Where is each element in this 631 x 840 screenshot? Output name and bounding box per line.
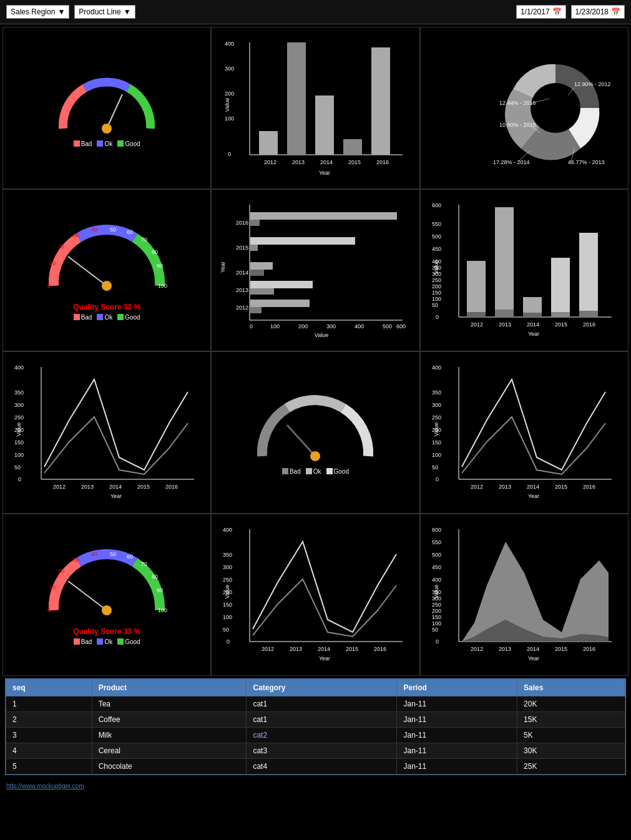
- table-cell: cat4: [247, 759, 397, 774]
- svg-rect-96: [579, 311, 598, 317]
- svg-text:2016: 2016: [376, 159, 389, 165]
- ok-color: [97, 140, 103, 147]
- dropdown-arrow-icon2: ▼: [124, 7, 131, 16]
- svg-rect-89: [495, 207, 514, 312]
- dashboard: Bad Ok Good 400 300 200 100: [0, 24, 631, 780]
- svg-rect-54: [250, 220, 260, 226]
- line-chart-1: 400 350 300 250 200 150 100 50 0 Value 2…: [13, 361, 200, 504]
- svg-text:100: 100: [432, 452, 441, 458]
- svg-rect-92: [523, 313, 542, 317]
- svg-text:350: 350: [432, 389, 441, 396]
- table-cell: Jan-11: [397, 728, 517, 743]
- table-cell: Milk: [92, 728, 247, 743]
- bad-label: Bad: [81, 140, 92, 147]
- table-cell: 2: [6, 712, 92, 728]
- svg-point-1: [102, 124, 112, 134]
- svg-text:2014: 2014: [527, 484, 539, 490]
- svg-text:Value: Value: [433, 260, 439, 274]
- svg-point-153: [102, 605, 112, 615]
- product-line-dropdown[interactable]: Product Line ▼: [74, 5, 135, 19]
- table-cell: 5: [6, 759, 92, 774]
- svg-text:300: 300: [225, 66, 234, 72]
- svg-text:2015: 2015: [348, 159, 361, 165]
- svg-rect-60: [250, 288, 274, 295]
- good-color-4: [117, 638, 124, 645]
- legend-ok: Ok: [97, 140, 112, 147]
- svg-text:30: 30: [72, 557, 79, 563]
- svg-text:550: 550: [432, 539, 441, 545]
- svg-text:150: 150: [432, 290, 441, 296]
- svg-text:Year: Year: [528, 655, 539, 662]
- legend-ok-3: Ok: [306, 468, 321, 475]
- table-cell: cat1: [247, 696, 397, 712]
- svg-text:400: 400: [355, 323, 364, 330]
- svg-text:2012: 2012: [53, 484, 66, 490]
- svg-text:2012: 2012: [471, 321, 483, 328]
- svg-text:150: 150: [432, 614, 441, 620]
- svg-text:2016: 2016: [583, 484, 595, 490]
- svg-text:100: 100: [158, 283, 167, 289]
- table-cell: 20K: [517, 696, 625, 712]
- svg-text:60: 60: [127, 554, 133, 560]
- start-date[interactable]: 1/1/2017 📅: [516, 5, 566, 19]
- svg-text:150: 150: [432, 439, 441, 446]
- stacked-bar-chart: 600 550 500 450 400 350 300 250 200 150 …: [431, 198, 618, 342]
- sales-region-dropdown[interactable]: Sales Region ▼: [6, 5, 69, 19]
- svg-text:200: 200: [432, 608, 441, 614]
- svg-rect-57: [250, 262, 273, 270]
- good-label-4: Good: [125, 638, 140, 645]
- sales-region-label: Sales Region: [11, 7, 55, 16]
- svg-text:0: 0: [250, 323, 253, 330]
- svg-text:50: 50: [223, 627, 229, 633]
- svg-line-121: [287, 425, 315, 456]
- header: Sales Region ▼ Product Line ▼ 1/1/2017 📅…: [0, 0, 631, 24]
- svg-text:100: 100: [270, 323, 280, 330]
- table-cell: cat3: [247, 743, 397, 759]
- line-chart-cell-1: 400 350 300 250 200 150 100 50 0 Value 2…: [2, 351, 211, 514]
- svg-text:450: 450: [432, 564, 441, 570]
- svg-text:400: 400: [432, 364, 441, 371]
- svg-text:0: 0: [436, 314, 439, 320]
- svg-text:600: 600: [432, 202, 441, 208]
- svg-text:100: 100: [158, 607, 167, 613]
- legend-good-2: Good: [117, 314, 140, 321]
- end-date-value: 1/23/2018: [575, 7, 609, 16]
- gauge-cell-2: 0 10 20 30 40 50 60 70 80 90 100 Quality…: [2, 189, 211, 351]
- svg-text:2015: 2015: [346, 646, 358, 652]
- gauge-4: 0 10 20 30 40 50 60 70 80 90 100 Quality…: [44, 545, 169, 645]
- legend-ok-4: Ok: [97, 638, 112, 645]
- bar-chart-1: 400 300 200 100 0 Value 2012 2013 2014 2…: [222, 36, 409, 180]
- good-label-3: Good: [334, 468, 349, 475]
- gauge-4-legend: Bad Ok Good: [74, 638, 140, 645]
- svg-text:2013: 2013: [290, 646, 302, 652]
- svg-text:80: 80: [152, 574, 158, 580]
- quality-score-4: Quality Score 33 %: [73, 627, 140, 636]
- svg-text:2015: 2015: [555, 321, 567, 328]
- table-row: 1Teacat1Jan-1120K: [6, 696, 625, 712]
- svg-rect-95: [579, 233, 598, 313]
- svg-rect-13: [343, 139, 362, 155]
- svg-rect-53: [250, 212, 397, 220]
- ok-label-4: Ok: [104, 638, 112, 645]
- gauge-1: Bad Ok Good: [51, 69, 163, 147]
- svg-text:0: 0: [47, 283, 51, 289]
- table-cell: 30K: [517, 743, 625, 759]
- svg-text:250: 250: [432, 602, 441, 608]
- svg-text:2013: 2013: [499, 484, 511, 490]
- svg-rect-61: [250, 300, 310, 307]
- svg-text:2012: 2012: [264, 159, 276, 165]
- svg-text:350: 350: [223, 552, 232, 558]
- svg-text:50: 50: [110, 551, 116, 557]
- ok-color-3: [306, 468, 312, 474]
- svg-rect-90: [495, 310, 514, 317]
- horiz-bar-chart-cell: 2016 2015 2014 2013 2012 Year 0: [211, 189, 419, 351]
- svg-point-44: [102, 281, 112, 291]
- svg-text:2015: 2015: [555, 484, 567, 490]
- svg-text:30: 30: [72, 232, 79, 238]
- end-date[interactable]: 1/23/2018 📅: [571, 5, 625, 19]
- svg-text:2013: 2013: [499, 321, 511, 328]
- stacked-bar-chart-cell: 600 550 500 450 400 350 300 250 200 150 …: [420, 189, 629, 351]
- table-cell: Jan-11: [397, 743, 517, 759]
- legend-good-4: Good: [117, 638, 140, 645]
- svg-text:600: 600: [432, 527, 441, 533]
